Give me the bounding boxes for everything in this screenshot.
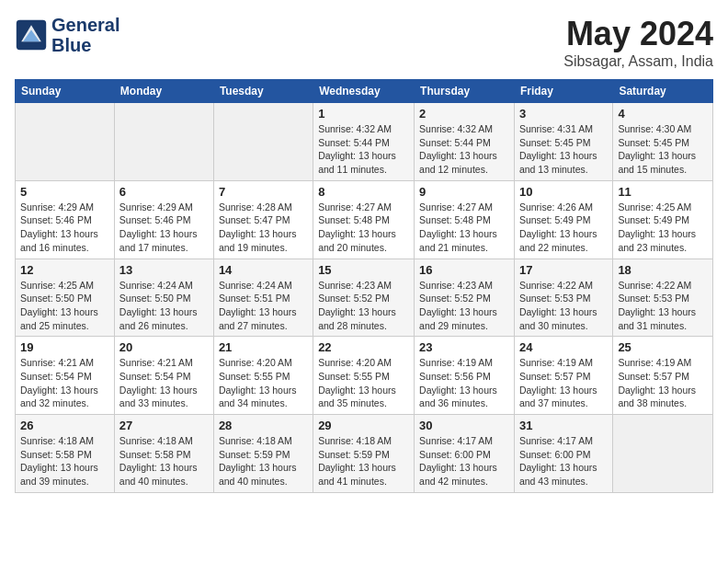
location: Sibsagar, Assam, India <box>563 53 713 70</box>
calendar-body: 1Sunrise: 4:32 AM Sunset: 5:44 PM Daylig… <box>16 103 713 493</box>
calendar-cell: 30Sunrise: 4:17 AM Sunset: 6:00 PM Dayli… <box>415 415 515 493</box>
calendar-header: SundayMondayTuesdayWednesdayThursdayFrid… <box>16 80 713 103</box>
day-info: Sunrise: 4:22 AM Sunset: 5:53 PM Dayligh… <box>519 279 608 333</box>
day-number: 25 <box>618 340 708 354</box>
day-number: 4 <box>618 107 708 121</box>
calendar-cell: 12Sunrise: 4:25 AM Sunset: 5:50 PM Dayli… <box>16 259 115 337</box>
logo-text: General Blue <box>51 15 119 55</box>
calendar-cell: 8Sunrise: 4:27 AM Sunset: 5:48 PM Daylig… <box>313 180 415 259</box>
day-info: Sunrise: 4:19 AM Sunset: 5:57 PM Dayligh… <box>519 356 608 410</box>
calendar-cell: 27Sunrise: 4:18 AM Sunset: 5:58 PM Dayli… <box>114 415 213 493</box>
day-number: 1 <box>318 107 409 121</box>
week-row-0: 1Sunrise: 4:32 AM Sunset: 5:44 PM Daylig… <box>16 103 713 181</box>
day-info: Sunrise: 4:24 AM Sunset: 5:51 PM Dayligh… <box>219 279 308 333</box>
day-number: 9 <box>419 185 509 199</box>
day-header-saturday: Saturday <box>613 80 713 103</box>
logo-line1: General <box>51 15 119 35</box>
calendar-cell: 28Sunrise: 4:18 AM Sunset: 5:59 PM Dayli… <box>213 415 313 493</box>
day-number: 31 <box>519 419 608 432</box>
calendar-cell <box>213 103 313 181</box>
day-info: Sunrise: 4:23 AM Sunset: 5:52 PM Dayligh… <box>419 279 509 333</box>
header-row: SundayMondayTuesdayWednesdayThursdayFrid… <box>16 80 713 103</box>
calendar-cell: 21Sunrise: 4:20 AM Sunset: 5:55 PM Dayli… <box>213 337 313 415</box>
day-number: 22 <box>318 340 409 354</box>
day-number: 12 <box>20 263 109 277</box>
day-header-thursday: Thursday <box>415 80 515 103</box>
day-header-sunday: Sunday <box>16 80 115 103</box>
day-info: Sunrise: 4:23 AM Sunset: 5:52 PM Dayligh… <box>318 279 409 333</box>
calendar-cell: 7Sunrise: 4:28 AM Sunset: 5:47 PM Daylig… <box>213 180 313 259</box>
title-block: May 2024 Sibsagar, Assam, India <box>563 15 713 70</box>
calendar-cell: 1Sunrise: 4:32 AM Sunset: 5:44 PM Daylig… <box>313 103 415 181</box>
day-number: 3 <box>519 107 608 121</box>
month-year: May 2024 <box>563 15 713 53</box>
calendar-cell: 4Sunrise: 4:30 AM Sunset: 5:45 PM Daylig… <box>613 103 713 181</box>
day-info: Sunrise: 4:19 AM Sunset: 5:57 PM Dayligh… <box>618 356 708 410</box>
day-info: Sunrise: 4:32 AM Sunset: 5:44 PM Dayligh… <box>419 122 509 177</box>
calendar-cell: 13Sunrise: 4:24 AM Sunset: 5:50 PM Dayli… <box>114 259 213 337</box>
day-number: 30 <box>419 419 509 432</box>
calendar-cell: 5Sunrise: 4:29 AM Sunset: 5:46 PM Daylig… <box>16 180 115 259</box>
day-number: 29 <box>318 419 409 432</box>
calendar-cell: 17Sunrise: 4:22 AM Sunset: 5:53 PM Dayli… <box>514 259 612 337</box>
day-number: 15 <box>318 263 409 277</box>
calendar-cell: 10Sunrise: 4:26 AM Sunset: 5:49 PM Dayli… <box>514 180 612 259</box>
calendar-cell: 11Sunrise: 4:25 AM Sunset: 5:49 PM Dayli… <box>613 180 713 259</box>
calendar-cell <box>613 415 713 493</box>
day-info: Sunrise: 4:28 AM Sunset: 5:47 PM Dayligh… <box>219 201 308 255</box>
day-number: 18 <box>618 263 708 277</box>
day-info: Sunrise: 4:32 AM Sunset: 5:44 PM Dayligh… <box>318 122 409 177</box>
week-row-4: 26Sunrise: 4:18 AM Sunset: 5:58 PM Dayli… <box>16 415 713 493</box>
day-number: 28 <box>219 419 308 432</box>
day-number: 19 <box>20 340 109 354</box>
calendar-cell: 6Sunrise: 4:29 AM Sunset: 5:46 PM Daylig… <box>114 180 213 259</box>
day-number: 21 <box>219 340 308 354</box>
day-info: Sunrise: 4:18 AM Sunset: 5:58 PM Dayligh… <box>20 434 109 488</box>
week-row-2: 12Sunrise: 4:25 AM Sunset: 5:50 PM Dayli… <box>16 259 713 337</box>
day-info: Sunrise: 4:20 AM Sunset: 5:55 PM Dayligh… <box>219 356 308 410</box>
calendar-cell: 26Sunrise: 4:18 AM Sunset: 5:58 PM Dayli… <box>16 415 115 493</box>
calendar-cell: 14Sunrise: 4:24 AM Sunset: 5:51 PM Dayli… <box>213 259 313 337</box>
day-number: 8 <box>318 185 409 199</box>
day-info: Sunrise: 4:20 AM Sunset: 5:55 PM Dayligh… <box>318 356 409 410</box>
day-info: Sunrise: 4:18 AM Sunset: 5:58 PM Dayligh… <box>119 434 209 488</box>
day-number: 20 <box>119 340 209 354</box>
day-number: 16 <box>419 263 509 277</box>
calendar-cell: 15Sunrise: 4:23 AM Sunset: 5:52 PM Dayli… <box>313 259 415 337</box>
day-info: Sunrise: 4:22 AM Sunset: 5:53 PM Dayligh… <box>618 279 708 333</box>
day-info: Sunrise: 4:19 AM Sunset: 5:56 PM Dayligh… <box>419 356 509 410</box>
calendar-cell: 20Sunrise: 4:21 AM Sunset: 5:54 PM Dayli… <box>114 337 213 415</box>
day-number: 17 <box>519 263 608 277</box>
calendar-cell: 22Sunrise: 4:20 AM Sunset: 5:55 PM Dayli… <box>313 337 415 415</box>
calendar-cell <box>16 103 115 181</box>
day-header-monday: Monday <box>114 80 213 103</box>
day-info: Sunrise: 4:31 AM Sunset: 5:45 PM Dayligh… <box>519 122 608 177</box>
day-info: Sunrise: 4:27 AM Sunset: 5:48 PM Dayligh… <box>419 201 509 255</box>
day-info: Sunrise: 4:25 AM Sunset: 5:49 PM Dayligh… <box>618 201 708 255</box>
calendar-cell: 3Sunrise: 4:31 AM Sunset: 5:45 PM Daylig… <box>514 103 612 181</box>
header: General Blue May 2024 Sibsagar, Assam, I… <box>15 15 713 70</box>
calendar-cell: 9Sunrise: 4:27 AM Sunset: 5:48 PM Daylig… <box>415 180 515 259</box>
logo-line2: Blue <box>51 35 119 55</box>
day-number: 5 <box>20 185 109 199</box>
day-info: Sunrise: 4:21 AM Sunset: 5:54 PM Dayligh… <box>20 356 109 410</box>
calendar-cell: 31Sunrise: 4:17 AM Sunset: 6:00 PM Dayli… <box>514 415 612 493</box>
day-info: Sunrise: 4:27 AM Sunset: 5:48 PM Dayligh… <box>318 201 409 255</box>
logo-icon <box>15 18 48 52</box>
day-info: Sunrise: 4:29 AM Sunset: 5:46 PM Dayligh… <box>119 201 209 255</box>
day-info: Sunrise: 4:30 AM Sunset: 5:45 PM Dayligh… <box>618 122 708 177</box>
day-info: Sunrise: 4:17 AM Sunset: 6:00 PM Dayligh… <box>419 434 509 488</box>
day-number: 26 <box>20 419 109 432</box>
calendar-cell: 29Sunrise: 4:18 AM Sunset: 5:59 PM Dayli… <box>313 415 415 493</box>
calendar-cell <box>114 103 213 181</box>
calendar-table: SundayMondayTuesdayWednesdayThursdayFrid… <box>15 79 713 493</box>
day-info: Sunrise: 4:25 AM Sunset: 5:50 PM Dayligh… <box>20 279 109 333</box>
calendar-cell: 25Sunrise: 4:19 AM Sunset: 5:57 PM Dayli… <box>613 337 713 415</box>
calendar-cell: 24Sunrise: 4:19 AM Sunset: 5:57 PM Dayli… <box>514 337 612 415</box>
week-row-3: 19Sunrise: 4:21 AM Sunset: 5:54 PM Dayli… <box>16 337 713 415</box>
day-number: 7 <box>219 185 308 199</box>
day-number: 13 <box>119 263 209 277</box>
calendar-cell: 18Sunrise: 4:22 AM Sunset: 5:53 PM Dayli… <box>613 259 713 337</box>
calendar-cell: 23Sunrise: 4:19 AM Sunset: 5:56 PM Dayli… <box>415 337 515 415</box>
day-header-wednesday: Wednesday <box>313 80 415 103</box>
